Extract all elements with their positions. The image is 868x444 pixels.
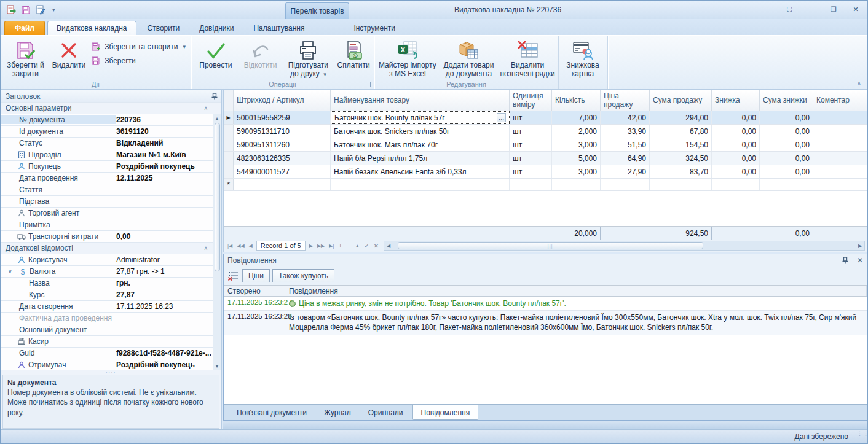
dialog-launcher-icon[interactable] bbox=[599, 82, 604, 87]
tab-journal[interactable]: Журнал bbox=[316, 405, 359, 420]
product-name-cell[interactable]: Батончик шок. Bounty пл/пак 57г… bbox=[331, 111, 510, 124]
clear-messages-icon[interactable] bbox=[226, 269, 240, 282]
save-button[interactable]: Зберегти bbox=[91, 56, 186, 66]
pin-icon[interactable] bbox=[842, 257, 848, 264]
tab-vydatkova-nakladna[interactable]: Видаткова накладна bbox=[47, 21, 136, 35]
minimize-icon[interactable]: — bbox=[806, 4, 817, 14]
collapse-icon[interactable]: ∧ bbox=[203, 245, 208, 251]
tab-dovidnyky[interactable]: Довідники bbox=[191, 21, 242, 35]
new-row[interactable]: * bbox=[224, 179, 867, 191]
column-header[interactable]: Сума продажу bbox=[650, 90, 712, 111]
restore-icon[interactable]: ❐ bbox=[828, 4, 839, 14]
property-row[interactable]: № документа220736 bbox=[1, 114, 221, 125]
property-row[interactable]: Транспортні витрати0,00 bbox=[1, 230, 221, 242]
table-row[interactable]: 5900951311260 Батончик шок. Mars пл/пак … bbox=[224, 138, 867, 152]
filter-also-buy-button[interactable]: Також купують bbox=[272, 269, 334, 282]
delete-button[interactable]: Видалити bbox=[49, 37, 89, 70]
resize-grip-icon[interactable]: ⋮⋮ bbox=[857, 432, 866, 441]
tab-messages[interactable]: Повідомлення bbox=[412, 405, 479, 420]
dialog-launcher-icon[interactable] bbox=[366, 82, 371, 87]
property-row[interactable]: Курс27,87 bbox=[1, 289, 221, 300]
column-header[interactable]: Штрихкод / Артикул bbox=[234, 90, 331, 111]
switch-document-icon[interactable] bbox=[6, 4, 17, 15]
column-header[interactable]: Ціна продажу bbox=[601, 90, 650, 111]
table-row[interactable]: ▶ 5000159558259 Батончик шок. Bounty пл/… bbox=[224, 111, 867, 125]
property-row[interactable]: Guidf9288c1d-f528-4487-921e-... bbox=[1, 347, 221, 359]
table-row[interactable]: 5900951311710 Батончик шок. Snickers пл/… bbox=[224, 125, 867, 138]
pinned-tab-goods-list[interactable]: Перелік товарів bbox=[285, 2, 349, 19]
ribbon-collapse-icon[interactable]: ∧ bbox=[857, 80, 861, 87]
section-additional-info[interactable]: Додаткові відомості∧ bbox=[1, 242, 221, 254]
nav-first-button[interactable]: |◀ bbox=[226, 243, 234, 249]
nav-delete-button[interactable]: − bbox=[345, 242, 352, 249]
horizontal-scrollbar[interactable]: ◀ ||| ▶ bbox=[384, 241, 865, 251]
property-row[interactable]: Касир bbox=[1, 335, 221, 347]
tab-nalashtuvannia[interactable]: Налаштування bbox=[245, 21, 313, 35]
nav-next-button[interactable]: ▶ bbox=[307, 243, 315, 249]
qat-customize-button[interactable]: ▾ bbox=[50, 7, 55, 13]
property-row[interactable]: ОтримувачРоздрібний покупець bbox=[1, 359, 221, 370]
post-button[interactable]: Провести bbox=[192, 37, 239, 70]
property-row[interactable]: Основний документ bbox=[1, 324, 221, 335]
table-row[interactable]: 4823063126335 Напій б/а Pepsi пл/пл 1,75… bbox=[224, 152, 867, 165]
save-icon[interactable] bbox=[20, 4, 31, 15]
column-header[interactable]: Знижка bbox=[712, 90, 760, 111]
column-header[interactable]: Повідомлення bbox=[285, 286, 867, 296]
add-goods-button[interactable]: Додати товари до документа bbox=[440, 37, 499, 79]
fullscreen-icon[interactable]: ⛶ bbox=[784, 4, 795, 14]
message-row[interactable]: 17.11.2025 16:23:28 Із товаром «Батончик… bbox=[224, 311, 867, 335]
tab-file[interactable]: Файл bbox=[4, 21, 45, 35]
scroll-up-icon[interactable]: ▲ bbox=[213, 114, 221, 122]
chevron-down-icon[interactable]: ▾ bbox=[183, 44, 186, 50]
filter-prices-button[interactable]: Ціни bbox=[242, 269, 270, 282]
column-header[interactable]: Коментар bbox=[813, 90, 867, 111]
property-row[interactable]: Примітка bbox=[1, 219, 221, 230]
ellipsis-button[interactable]: … bbox=[497, 113, 506, 122]
property-row[interactable]: Id документа36191120 bbox=[1, 125, 221, 137]
table-row[interactable]: 5449000011527 Напій безалк Апельсин Fant… bbox=[224, 165, 867, 179]
property-row[interactable]: Торговий агент bbox=[1, 207, 221, 219]
tab-instrumenty[interactable]: Інструменти bbox=[345, 21, 404, 35]
property-row[interactable]: Стаття bbox=[1, 184, 221, 195]
nav-prev-button[interactable]: ◀ bbox=[247, 243, 254, 249]
edit-document-icon[interactable] bbox=[35, 4, 46, 15]
close-icon[interactable]: ✕ bbox=[850, 4, 861, 14]
expand-icon[interactable]: ∨ bbox=[8, 268, 15, 275]
scroll-left-icon[interactable]: ◀ bbox=[384, 243, 393, 249]
column-header[interactable]: Сума знижки bbox=[760, 90, 813, 111]
column-header[interactable]: Одиниця виміру bbox=[510, 90, 552, 111]
save-and-create-button[interactable]: Зберегти та створити ▾ bbox=[91, 42, 186, 52]
column-header[interactable]: Створено bbox=[224, 286, 285, 296]
dialog-launcher-icon[interactable] bbox=[183, 82, 187, 87]
delete-marked-rows-button[interactable]: Видалити позначені рядки bbox=[498, 37, 557, 79]
property-row[interactable]: Назвагрн. bbox=[1, 277, 221, 289]
section-main-params[interactable]: Основні параметри∧ bbox=[1, 102, 221, 114]
scroll-right-icon[interactable]: ▶ bbox=[856, 243, 864, 249]
nav-edit-button[interactable]: ▲ bbox=[353, 243, 361, 249]
property-row[interactable]: Підстава bbox=[1, 195, 221, 207]
scroll-down-icon[interactable]: ▼ bbox=[213, 362, 221, 370]
nav-cancel-button[interactable]: ✕ bbox=[372, 243, 381, 249]
save-and-close-button[interactable]: Зберегти й закрити bbox=[2, 37, 49, 79]
close-icon[interactable]: ✕ bbox=[857, 256, 863, 265]
excel-import-button[interactable]: X Майстер імпорту з MS Excel bbox=[376, 37, 440, 79]
tab-originals[interactable]: Оригінали bbox=[360, 405, 411, 420]
pay-button[interactable]: $ Сплатити bbox=[334, 37, 373, 70]
property-row[interactable]: Дата проведення12.11.2025 bbox=[1, 172, 221, 184]
property-row[interactable]: ПокупецьРоздрібний покупець bbox=[1, 160, 221, 172]
property-row[interactable]: Дата створення17.11.2025 16:23 bbox=[1, 300, 221, 312]
column-header[interactable]: Найменування товару bbox=[331, 90, 510, 111]
tab-related-documents[interactable]: Пов'язані документи bbox=[229, 405, 315, 420]
nav-prev-page-button[interactable]: ◀◀ bbox=[235, 243, 246, 249]
tab-stvoryty[interactable]: Створити bbox=[139, 21, 189, 35]
nav-last-button[interactable]: ▶| bbox=[327, 243, 336, 249]
property-row[interactable]: КористувачAdministrator bbox=[1, 254, 221, 265]
pin-icon[interactable] bbox=[211, 93, 218, 100]
property-row[interactable]: СтатусВідкладений bbox=[1, 137, 221, 149]
nav-append-button[interactable]: + bbox=[336, 242, 344, 249]
column-header[interactable]: Кількість bbox=[552, 90, 601, 111]
property-row[interactable]: ПідрозділМагазин №1 м.Київ bbox=[1, 149, 221, 160]
nav-next-page-button[interactable]: ▶▶ bbox=[315, 243, 326, 249]
scrollbar-thumb[interactable]: ||| bbox=[398, 242, 703, 249]
property-row[interactable]: Фактична дата проведення bbox=[1, 312, 221, 324]
